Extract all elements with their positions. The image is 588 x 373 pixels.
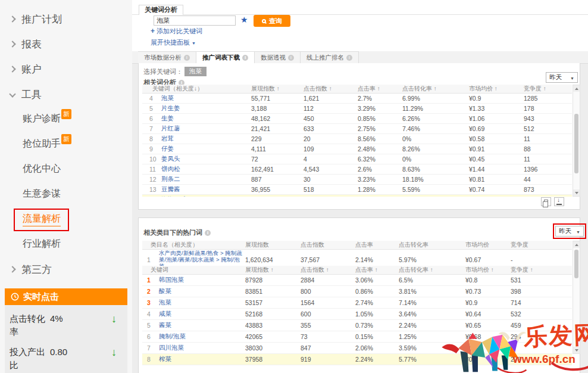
keyword-link[interactable]: 生姜 [161,114,174,122]
market-price: ¥0.75 [467,195,521,197]
competition: 278 [508,354,572,365]
row-rank: 3 [142,297,157,309]
keyword-link[interactable]: 仔姜 [161,145,174,152]
section-tab[interactable]: 推广词表下载 [196,51,255,64]
sidebar-subitem[interactable]: 生意参谋 [0,182,132,207]
keyword-link[interactable]: 酱菜 [159,321,171,328]
click-index: 450 [301,114,355,124]
metric-label: 投入产出比 [10,346,48,372]
table-row: 8 榨菜 37958 919 2.24% 5.77% ¥0.7 278 [142,354,572,365]
keyword-link[interactable]: 韩国泡菜 [159,276,184,283]
keyword-link[interactable]: 片生姜 [161,104,180,111]
main-content: 关键词分析 查询 添加对比关键词 展开快捷面板 市场数据分析 推广词表下载 数据… [132,0,588,373]
keyword-link[interactable]: 荆条二 [161,175,180,182]
sidebar-subitem[interactable]: 抢位助手 新 [0,132,132,157]
cvr: 1.25% [396,331,463,343]
realtime-panel-header[interactable]: 实时点击 [5,288,127,305]
column-header[interactable]: 竞争度 ↑ [508,266,572,275]
column-header[interactable]: 点击率 ↑ [353,266,396,275]
date-filter-select[interactable]: 昨天 [555,226,584,237]
column-header[interactable]: 市场均价 [463,241,508,250]
impression-index: 87928 [243,275,298,286]
column-header[interactable]: 点击率 ↑ [355,85,400,94]
column-header[interactable]: 竞争度 ↑ [521,85,572,94]
click-index: 112 [301,104,355,114]
query-button[interactable]: 查询 [254,15,290,27]
panel-title: 相关类目下的热门词 [143,228,211,237]
keyword-link[interactable]: 泡菜 [159,299,171,306]
category-column-header[interactable]: 类目名（相关度） [142,241,243,250]
selected-keyword-tag[interactable]: 泡菜 [184,67,207,76]
section-tab[interactable]: 数据透视 [255,51,301,64]
keyword-link[interactable]: 榨菜 [159,355,171,362]
market-price: ¥1.06 [467,114,521,124]
cvr: 18.18% [400,175,467,185]
keyword-link[interactable]: 咸菜 [159,310,171,317]
column-header[interactable]: 展现指数 [243,241,298,250]
column-header[interactable]: 点击转化率 ↑ [400,85,467,94]
column-header[interactable]: 点击指数 [298,241,353,250]
keyword-link[interactable]: 片红薯 [161,125,180,132]
sidebar-subitem-label: 账户诊断 [23,113,61,125]
scrollbar-thumb[interactable] [574,114,578,173]
table-scrollbar[interactable] [573,241,580,354]
ctr: 3.06% [353,275,396,286]
table-scrollbar[interactable] [573,85,580,197]
keyword-column-header[interactable]: 关键词（相关度↓） [142,85,249,94]
keyword-link[interactable]: 姜凤头 [161,155,180,162]
date-filter-select[interactable]: 昨天 [546,72,578,83]
keyword-search-input[interactable] [154,15,236,26]
copy-icon[interactable] [541,197,551,206]
keyword-analysis-tab[interactable]: 关键词分析 [139,5,183,15]
column-header[interactable]: 展现指数 ↑ [249,85,301,94]
scroll-down-icon[interactable] [573,189,580,196]
market-price: ¥0.64 [463,343,508,354]
sidebar-subitem[interactable]: 优化中心 [0,157,132,182]
column-header[interactable]: 点击率 [353,241,396,250]
column-header[interactable]: 展现指数 ↑ [243,266,298,275]
scroll-up-icon[interactable] [573,241,580,248]
sidebar-item-third-party[interactable]: 第三方 [0,257,132,282]
keyword-link[interactable]: 岩茸 [161,135,174,142]
add-compare-keyword-link[interactable]: 添加对比关键词 [151,27,202,36]
download-icon[interactable] [554,197,564,206]
row-rank: 13 [142,185,159,195]
section-tab[interactable]: 市场数据分析 [138,51,196,64]
hotwords-table: 关键词 展现指数 ↑点击指数 ↑点击率 ↑点击转化率 ↑市场均价 ↑竞争度 ↑ … [142,266,572,365]
scrollbar-thumb[interactable] [574,250,578,278]
keyword-link[interactable]: 泡椒凤爪 [161,195,186,197]
star-icon[interactable] [240,15,248,24]
column-header[interactable]: 点击转化率 ↑ [396,266,463,275]
column-header[interactable]: 点击指数 ↑ [298,266,353,275]
column-header[interactable]: 竞争度 [508,241,572,250]
column-header[interactable]: 点击指数 ↑ [301,85,355,94]
column-header[interactable]: 市场均价 ↑ [463,266,508,275]
sidebar-item[interactable]: 工具 [0,82,132,107]
row-rank: 11 [142,164,159,175]
scroll-up-icon[interactable] [573,85,580,92]
keyword-link[interactable]: 四川泡菜 [159,344,184,351]
sidebar-subitem[interactable]: 行业解析 [0,232,132,257]
sidebar-subitem[interactable]: 流量解析 [0,207,132,232]
info-icon [205,230,211,236]
keyword-link[interactable]: 豆瓣酱 [161,185,180,192]
sidebar-item[interactable]: 报表 [0,32,132,57]
scroll-down-icon[interactable] [573,347,580,353]
market-price: ¥0.68 [463,331,508,343]
sidebar-item[interactable]: 账户 [0,57,132,82]
sidebar-item[interactable]: 推广计划 [0,7,132,32]
chevron-right-icon [9,15,15,22]
cvr: 0% [400,154,467,164]
keyword-link[interactable]: 酸菜 [159,287,171,294]
expand-quick-panel-link[interactable]: 展开快捷面板 [151,38,196,47]
column-header[interactable]: 点击转化率 [396,241,463,250]
sidebar-subitem[interactable]: 账户诊断 新 [0,107,132,132]
keyword-link[interactable]: 泡菜 [161,94,174,101]
cvr: 6.99% [400,94,467,104]
keyword-link[interactable]: 腌制/泡菜 [159,332,186,340]
section-tab[interactable]: 线上推广排名 [301,51,359,64]
keyword-link[interactable]: 饼肉松 [161,165,180,172]
keyword-column-header[interactable]: 关键词 [142,266,243,275]
row-rank: 9 [142,144,159,154]
column-header[interactable]: 市场均价 ↑ [467,85,521,94]
